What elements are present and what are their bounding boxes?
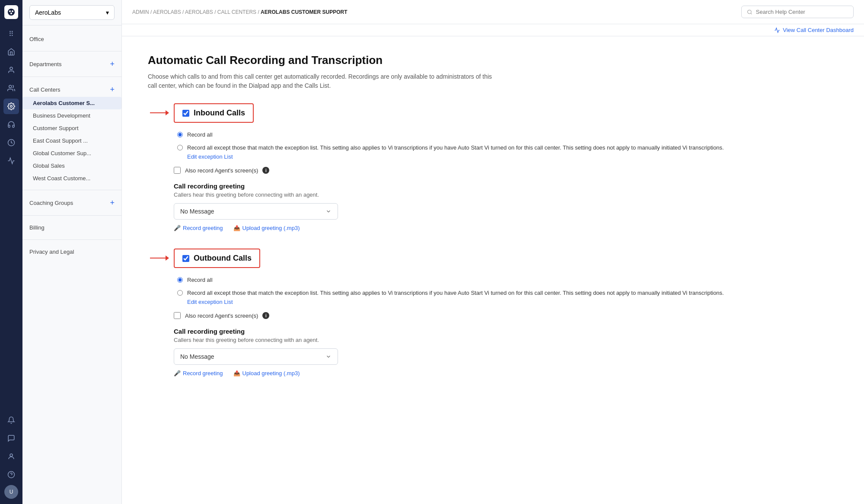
sidebar-item-aerolabs-customer[interactable]: Aerolabs Customer S... [22, 97, 121, 109]
org-selector-label: AeroLabs [35, 9, 61, 16]
outbound-record-except-radio[interactable] [177, 290, 183, 296]
view-dashboard-link[interactable]: View Call Center Dashboard [774, 27, 854, 33]
inbound-section: Inbound Calls Record all Record all exce… [174, 103, 838, 231]
sidebar-divider-1 [22, 51, 121, 51]
outbound-screen-info-icon[interactable]: i [262, 312, 269, 319]
outbound-record-all-label: Record all [187, 276, 213, 284]
inbound-greeting-desc: Callers hear this greeting before connec… [174, 191, 838, 198]
inbound-record-greeting-link[interactable]: 🎤 Record greeting [174, 225, 223, 231]
inbound-greeting-value: No Message [180, 208, 214, 215]
icon-nav: ⠿ U [0, 0, 22, 504]
outbound-greeting-select[interactable]: No Message [174, 348, 338, 365]
inbound-record-all-option: Record all [177, 131, 838, 139]
outbound-record-except-option: Record all except those that match the e… [177, 289, 838, 306]
outbound-checkbox[interactable] [182, 255, 189, 262]
sub-topbar: View Call Center Dashboard [122, 24, 864, 36]
sidebar-divider-2 [22, 77, 121, 77]
sidebar-item-global-sales[interactable]: Global Sales [22, 159, 121, 172]
page-description: Choose which calls to and from this call… [148, 72, 502, 90]
inbound-radio-group: Record all Record all except those that … [177, 131, 838, 160]
inbound-label: Inbound Calls [194, 108, 245, 118]
microphone-icon: 🎤 [174, 370, 181, 376]
svg-point-2 [12, 10, 13, 12]
user-nav-icon[interactable] [3, 449, 19, 464]
callcenters-label: Call Centers [29, 86, 61, 93]
svg-point-4 [10, 67, 13, 70]
team-nav-icon[interactable] [3, 80, 19, 96]
chevron-down-icon: ▾ [106, 9, 109, 16]
inbound-arrow [150, 110, 169, 115]
sidebar-item-global-customer[interactable]: Global Customer Sup... [22, 147, 121, 159]
inbound-checkbox[interactable] [182, 110, 189, 117]
svg-point-3 [10, 13, 12, 14]
dashboard-link-label: View Call Center Dashboard [783, 27, 854, 33]
bell-nav-icon[interactable] [3, 412, 19, 428]
upload-icon: 📤 [233, 370, 240, 376]
outbound-greeting-actions: 🎤 Record greeting 📤 Upload greeting (.mp… [174, 370, 838, 376]
coaching-add-button[interactable]: + [110, 199, 115, 207]
svg-point-8 [10, 454, 13, 456]
sidebar-item-customer-support[interactable]: Customer Support [22, 122, 121, 134]
coaching-label: Coaching Groups [29, 200, 73, 206]
sidebar-section-coaching: Coaching Groups + [22, 195, 121, 210]
sidebar-section-office[interactable]: Office [22, 32, 121, 46]
settings-nav-icon[interactable] [3, 99, 19, 114]
sidebar-divider-5 [22, 239, 121, 240]
inbound-record-greeting-label: Record greeting [183, 225, 223, 231]
inbound-upload-greeting-link[interactable]: 📤 Upload greeting (.mp3) [233, 225, 300, 231]
content: Automatic Call Recording and Transcripti… [122, 36, 864, 504]
chat-nav-icon[interactable] [3, 431, 19, 446]
inbound-record-all-radio[interactable] [177, 132, 183, 137]
org-selector[interactable]: AeroLabs ▾ [29, 5, 115, 20]
sidebar-section-billing[interactable]: Billing [22, 221, 121, 234]
inbound-screen-record-label: Also record Agent's screen(s) [185, 167, 258, 174]
search-bar[interactable] [741, 6, 854, 18]
home-nav-icon[interactable] [3, 44, 19, 60]
sidebar-item-east-coast[interactable]: East Coast Support ... [22, 134, 121, 147]
outbound-greeting-desc: Callers hear this greeting before connec… [174, 337, 838, 343]
inbound-screen-record-checkbox[interactable] [174, 167, 181, 174]
outbound-record-greeting-label: Record greeting [183, 370, 223, 376]
svg-line-12 [751, 13, 752, 14]
inbound-greeting-actions: 🎤 Record greeting 📤 Upload greeting (.mp… [174, 225, 838, 231]
inbound-edit-exception-link[interactable]: Edit exception List [187, 153, 724, 160]
breadcrumb-aerolabs2: AEROLABS [185, 9, 213, 15]
search-icon [747, 9, 752, 15]
inbound-record-except-label: Record all except those that match the e… [187, 144, 724, 151]
departments-add-button[interactable]: + [110, 60, 115, 68]
outbound-upload-greeting-link[interactable]: 📤 Upload greeting (.mp3) [233, 370, 300, 376]
inbound-greeting-select[interactable]: No Message [174, 203, 338, 220]
sidebar-item-west-coast[interactable]: West Coast Custome... [22, 172, 121, 185]
inbound-screen-info-icon[interactable]: i [262, 167, 269, 174]
sidebar-item-business-dev[interactable]: Business Development [22, 109, 121, 122]
contacts-nav-icon[interactable] [3, 62, 19, 78]
outbound-record-except-label: Record all except those that match the e… [187, 290, 724, 296]
page-title: Automatic Call Recording and Transcripti… [148, 54, 838, 67]
inbound-record-except-radio[interactable] [177, 145, 183, 150]
inbound-record-all-label: Record all [187, 131, 213, 139]
outbound-screen-record-checkbox[interactable] [174, 312, 181, 319]
user-avatar[interactable]: U [4, 485, 18, 499]
analytics-nav-icon[interactable] [3, 153, 19, 169]
outbound-checkbox-header: Outbound Calls [174, 249, 260, 268]
callcenters-add-button[interactable]: + [110, 86, 115, 93]
microphone-icon: 🎤 [174, 225, 181, 231]
help-nav-icon[interactable] [3, 467, 19, 482]
outbound-record-greeting-link[interactable]: 🎤 Record greeting [174, 370, 223, 376]
outbound-arrow [150, 255, 169, 261]
outbound-edit-exception-link[interactable]: Edit exception List [187, 299, 724, 305]
outbound-record-all-option: Record all [177, 276, 838, 284]
outbound-upload-greeting-label: Upload greeting (.mp3) [242, 370, 300, 376]
sidebar-section-departments: Departments + [22, 57, 121, 71]
headset-nav-icon[interactable] [3, 117, 19, 132]
recents-nav-icon[interactable] [3, 135, 19, 150]
inbound-greeting-title: Call recording greeting [174, 182, 838, 190]
outbound-screen-record-label: Also record Agent's screen(s) [185, 313, 258, 319]
dialpad-nav-icon[interactable]: ⠿ [3, 26, 19, 41]
outbound-record-all-radio[interactable] [177, 277, 183, 283]
sidebar-section-privacy[interactable]: Privacy and Legal [22, 245, 121, 258]
breadcrumb-aerolabs1: AEROLABS [153, 9, 181, 15]
svg-point-0 [8, 9, 15, 16]
inbound-greeting-section: Call recording greeting Callers hear thi… [174, 182, 838, 231]
search-input[interactable] [756, 9, 848, 15]
